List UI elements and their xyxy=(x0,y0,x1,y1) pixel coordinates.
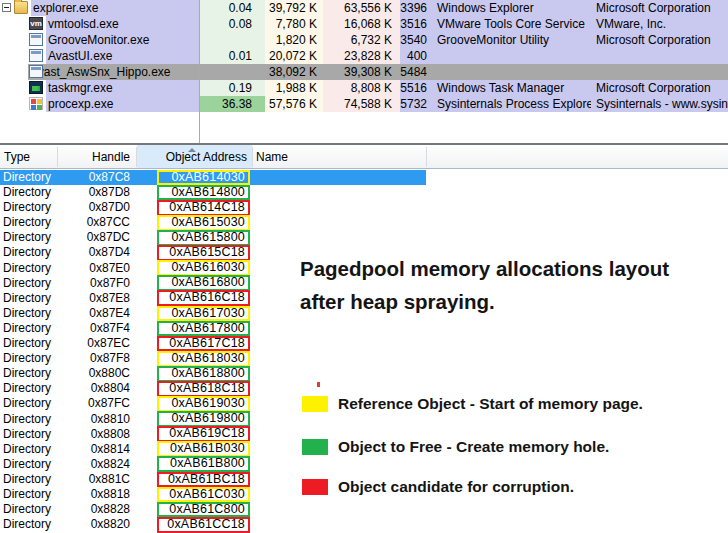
handle-type-cell: Directory xyxy=(0,185,57,200)
pid-cell: 3540 xyxy=(400,32,432,48)
legend-label: Object candidate for corruption. xyxy=(338,478,574,496)
object-address-highlight-box: 0xAB61B800 xyxy=(157,456,250,472)
process-name-cell: vmtoolsd.exe xyxy=(0,16,199,32)
process-row[interactable]: vmtoolsd.exe0.087,780 K16,068 K3516VMwar… xyxy=(0,16,728,32)
pid-cell: 5516 xyxy=(400,80,432,96)
description-cell xyxy=(432,48,591,64)
handle-type-cell: Directory xyxy=(0,457,57,472)
handle-name-cell xyxy=(252,230,728,245)
object-address-cell: 0xAB614C18 xyxy=(137,200,252,215)
legend-item: Object candidate for corruption. xyxy=(302,479,574,495)
handle-type-cell: Directory xyxy=(0,487,57,502)
description-cell xyxy=(432,64,591,80)
tree-collapse-expander[interactable] xyxy=(2,3,11,12)
object-address-cell: 0xAB618030 xyxy=(137,351,252,366)
handle-row[interactable]: Directory0x87D80xAB614800 xyxy=(0,185,728,200)
process-row[interactable]: GrooveMonitor.exe1,820 K6,732 K3540Groov… xyxy=(0,32,728,48)
handle-type-cell: Directory xyxy=(0,412,57,427)
handle-value-cell: 0x87F4 xyxy=(57,321,137,336)
handle-type-cell: Directory xyxy=(0,517,57,532)
process-row[interactable]: taskmgr.exe0.191,988 K8,808 K5516Windows… xyxy=(0,80,728,96)
handle-value-cell: 0x87D0 xyxy=(57,200,137,215)
legend-color-swatch xyxy=(302,439,328,455)
handle-row[interactable]: Directory0x880C0xAB618800 xyxy=(0,366,728,381)
handle-row[interactable]: Directory0x88240xAB61B800 xyxy=(0,457,728,472)
process-name-label: GrooveMonitor.exe xyxy=(46,32,199,48)
handle-type-cell: Directory xyxy=(0,245,57,260)
handle-row[interactable]: Directory0x87F40xAB617800 xyxy=(0,321,728,336)
annotation-title-line1: Pagedpool memory allocations layout xyxy=(300,252,669,285)
handle-value-cell: 0x87E8 xyxy=(57,291,137,306)
object-address-highlight-box: 0xAB616C18 xyxy=(157,290,250,306)
sort-ascending-icon xyxy=(188,148,196,152)
object-address-cell: 0xAB618800 xyxy=(137,366,252,381)
object-address-cell: 0xAB615800 xyxy=(137,230,252,245)
handle-value-cell: 0x8818 xyxy=(57,487,137,502)
handle-row[interactable]: Directory0x87C80xAB614030 xyxy=(0,170,728,185)
handle-type-cell: Directory xyxy=(0,396,57,411)
handle-name-cell xyxy=(252,200,728,215)
cpu-cell: 0.01 xyxy=(199,48,265,64)
object-address-highlight-box: 0xAB619C18 xyxy=(157,426,250,442)
cpu-cell: 36.38 xyxy=(199,96,265,112)
description-cell: VMware Tools Core Service xyxy=(432,16,591,32)
object-address-highlight-box: 0xAB61C800 xyxy=(157,502,250,518)
object-address-cell: 0xAB619C18 xyxy=(137,427,252,442)
annotation-title: Pagedpool memory allocations layout afte… xyxy=(300,252,669,318)
handle-row[interactable]: Directory0x88100xAB619800 xyxy=(0,412,728,427)
handle-row[interactable]: Directory0x87EC0xAB617C18 xyxy=(0,336,728,351)
column-divider-line xyxy=(199,0,200,143)
object-address-highlight-box: 0xAB615800 xyxy=(157,230,250,246)
description-cell: GrooveMonitor Utility xyxy=(432,32,591,48)
handle-value-cell: 0x880C xyxy=(57,366,137,381)
handle-type-cell: Directory xyxy=(0,291,57,306)
process-name-label: AvastUI.exe xyxy=(46,48,199,64)
column-header-handle[interactable]: Handle xyxy=(57,145,137,168)
process-row[interactable]: procexp.exe36.3857,576 K74,588 K5732Sysi… xyxy=(0,96,728,112)
handle-value-cell: 0x8820 xyxy=(57,517,137,532)
object-address-cell: 0xAB61C800 xyxy=(137,502,252,517)
column-header-type[interactable]: Type xyxy=(0,145,57,168)
handle-name-cell xyxy=(252,170,728,185)
process-row[interactable]: explorer.exe0.0439,792 K63,556 K3396Wind… xyxy=(0,0,728,16)
object-address-highlight-box: 0xAB617C18 xyxy=(157,336,250,352)
object-address-cell: 0xAB619030 xyxy=(137,396,252,411)
working-set-cell: 8,808 K xyxy=(323,80,400,96)
handle-name-cell xyxy=(252,502,728,517)
handle-name-cell xyxy=(252,215,728,230)
handle-value-cell: 0x8808 xyxy=(57,427,137,442)
process-list: explorer.exe0.0439,792 K63,556 K3396Wind… xyxy=(0,0,728,112)
company-cell: VMware, Inc. xyxy=(591,16,728,32)
company-cell xyxy=(591,64,728,80)
handle-value-cell: 0x8814 xyxy=(57,442,137,457)
handle-name-cell xyxy=(252,366,728,381)
handle-name-cell xyxy=(252,336,728,351)
object-address-cell: 0xAB616030 xyxy=(137,261,252,276)
handle-row[interactable]: Directory0x87CC0xAB615030 xyxy=(0,215,728,230)
handle-row[interactable]: Directory0x87D00xAB614C18 xyxy=(0,200,728,215)
handle-value-cell: 0x881C xyxy=(57,472,137,487)
company-cell: Microsoft Corporation xyxy=(591,80,728,96)
handle-value-cell: 0x8810 xyxy=(57,412,137,427)
handle-type-cell: Directory xyxy=(0,336,57,351)
handle-row[interactable]: Directory0x87F80xAB618030 xyxy=(0,351,728,366)
object-address-cell: 0xAB617030 xyxy=(137,306,252,321)
handle-value-cell: 0x87C8 xyxy=(57,170,137,185)
handle-row[interactable]: Directory0x88280xAB61C800 xyxy=(0,502,728,517)
description-cell: Sysinternals Process Explorer xyxy=(432,96,591,112)
object-address-highlight-box: 0xAB61B030 xyxy=(157,441,250,457)
column-header-name[interactable]: Name xyxy=(252,145,426,168)
header-divider xyxy=(57,147,58,167)
object-address-cell: 0xAB616800 xyxy=(137,276,252,291)
object-address-cell: 0xAB61BC18 xyxy=(137,472,252,487)
process-row[interactable]: Avast_AswSnx_Hippo.exe38,092 K39,308 K54… xyxy=(0,64,728,80)
handle-row[interactable]: Directory0x88200xAB61CC18 xyxy=(0,517,728,532)
description-cell: Windows Explorer xyxy=(432,0,591,16)
handle-row[interactable]: Directory0x87DC0xAB615800 xyxy=(0,230,728,245)
object-address-cell: 0xAB614800 xyxy=(137,185,252,200)
header-divider xyxy=(136,147,137,167)
process-name-cell: procexp.exe xyxy=(0,96,199,112)
process-row[interactable]: AvastUI.exe0.0120,072 K23,828 K400 xyxy=(0,48,728,64)
working-set-cell: 16,068 K xyxy=(323,16,400,32)
company-cell: Sysinternals - www.sysinter... xyxy=(591,96,728,112)
